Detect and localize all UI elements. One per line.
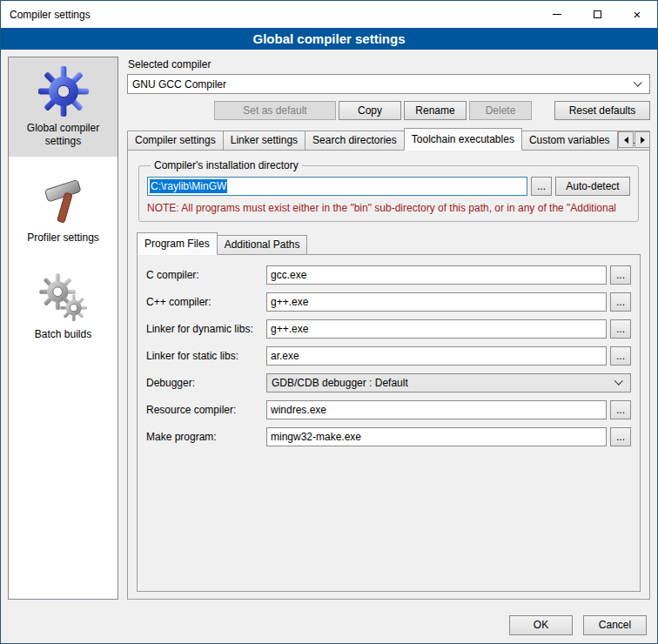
- chevron-down-icon: [614, 377, 623, 386]
- auto-detect-button[interactable]: Auto-detect: [555, 177, 630, 196]
- static-linker-browse-button[interactable]: ...: [610, 346, 631, 366]
- program-tab-strip: Program Files Additional Paths: [137, 233, 641, 254]
- title-bar: Compiler settings ×: [1, 1, 657, 28]
- dynamic-linker-input[interactable]: [266, 319, 607, 339]
- delete-button[interactable]: Delete: [469, 101, 532, 120]
- close-button[interactable]: ×: [617, 1, 657, 28]
- make-program-browse-button[interactable]: ...: [610, 427, 631, 446]
- debugger-select[interactable]: GDB/CDB debugger : Default: [266, 373, 631, 392]
- reset-defaults-button[interactable]: Reset defaults: [554, 101, 650, 120]
- installation-directory-group: Compiler's installation directory C:\ray…: [138, 159, 639, 222]
- compiler-settings-window: Compiler settings × Global compiler sett…: [0, 0, 658, 644]
- installation-directory-group-title: Compiler's installation directory: [151, 159, 302, 171]
- installation-directory-value: C:\raylib\MinGW: [150, 179, 227, 193]
- c-compiler-label: C compiler:: [146, 269, 266, 281]
- chevron-down-icon: [634, 77, 642, 86]
- tab-scroll-left-button[interactable]: [618, 131, 634, 148]
- form-row-cpp-compiler: C++ compiler: ...: [146, 292, 631, 312]
- resource-compiler-input[interactable]: [266, 400, 607, 419]
- rename-button[interactable]: Rename: [404, 101, 467, 120]
- debugger-label: Debugger:: [146, 377, 266, 389]
- minimize-icon: [553, 14, 561, 15]
- installation-directory-input[interactable]: C:\raylib\MinGW: [147, 177, 527, 196]
- tab-search-directories[interactable]: Search directories: [305, 131, 405, 150]
- selected-compiler-label: Selected compiler: [128, 58, 650, 70]
- compiler-actions: Set as default Copy Rename Delete Reset …: [127, 101, 650, 120]
- tab-custom-variables[interactable]: Custom variables: [521, 131, 618, 150]
- toolchain-executables-page: Compiler's installation directory C:\ray…: [127, 150, 650, 600]
- tab-scroll-right-button[interactable]: [634, 131, 650, 148]
- sidebar-item-label: Global compiler settings: [11, 122, 115, 148]
- sidebar-item-label: Profiler settings: [27, 231, 99, 245]
- form-row-resource-compiler: Resource compiler: ...: [146, 400, 631, 419]
- dialog-header: Global compiler settings: [1, 28, 657, 50]
- form-row-c-compiler: C compiler: ...: [146, 265, 631, 285]
- set-as-default-button[interactable]: Set as default: [214, 101, 336, 120]
- c-compiler-input[interactable]: [266, 265, 607, 285]
- close-icon: ×: [634, 8, 641, 21]
- bin-subdirectory-note: NOTE: All programs must exist either in …: [147, 202, 630, 214]
- settings-category-sidebar: Global compiler settings Profiler settin…: [8, 57, 118, 600]
- dynamic-linker-label: Linker for dynamic libs:: [146, 323, 266, 335]
- static-linker-input[interactable]: [266, 346, 607, 366]
- cpp-compiler-browse-button[interactable]: ...: [610, 292, 631, 312]
- right-arrow-icon: [641, 137, 645, 144]
- resource-compiler-browse-button[interactable]: ...: [610, 400, 631, 419]
- left-arrow-icon: [624, 137, 628, 144]
- window-title: Compiler settings: [1, 9, 91, 21]
- hammer-icon: [37, 174, 90, 228]
- resource-compiler-label: Resource compiler:: [146, 404, 266, 416]
- static-linker-label: Linker for static libs:: [146, 350, 266, 362]
- tab-additional-paths[interactable]: Additional Paths: [217, 235, 308, 254]
- tab-toolchain-executables[interactable]: Toolchain executables: [404, 128, 522, 151]
- form-row-debugger: Debugger: GDB/CDB debugger : Default: [146, 373, 631, 392]
- ok-button[interactable]: OK: [509, 615, 573, 635]
- make-program-input[interactable]: [266, 427, 607, 446]
- cancel-button[interactable]: Cancel: [583, 615, 647, 635]
- sidebar-item-profiler-settings[interactable]: Profiler settings: [9, 167, 118, 253]
- form-row-static-linker: Linker for static libs: ...: [146, 346, 631, 366]
- cpp-compiler-label: C++ compiler:: [146, 296, 266, 308]
- minimize-button[interactable]: [537, 1, 577, 28]
- form-row-make-program: Make program: ...: [146, 427, 631, 446]
- tab-program-files[interactable]: Program Files: [137, 232, 218, 255]
- dialog-footer: OK Cancel: [1, 607, 657, 643]
- gears-gray-icon: [37, 271, 91, 325]
- maximize-icon: [594, 10, 601, 18]
- copy-button[interactable]: Copy: [339, 101, 401, 120]
- program-files-panel: C compiler: ... C++ compiler: ... Linker…: [137, 254, 641, 592]
- tab-compiler-settings[interactable]: Compiler settings: [127, 131, 224, 150]
- sidebar-item-batch-builds[interactable]: Batch builds: [9, 264, 118, 350]
- maximize-button[interactable]: [577, 1, 617, 28]
- make-program-label: Make program:: [146, 431, 266, 443]
- compiler-select[interactable]: GNU GCC Compiler: [127, 74, 650, 94]
- installation-directory-browse-button[interactable]: ...: [531, 177, 552, 196]
- debugger-select-value: GDB/CDB debugger : Default: [272, 377, 408, 389]
- sidebar-item-global-compiler-settings[interactable]: Global compiler settings: [9, 57, 118, 157]
- dynamic-linker-browse-button[interactable]: ...: [610, 319, 631, 339]
- sidebar-item-label: Batch builds: [35, 328, 91, 341]
- form-row-dynamic-linker: Linker for dynamic libs: ...: [146, 319, 631, 339]
- settings-tab-strip: Compiler settings Linker settings Search…: [127, 129, 650, 150]
- tab-linker-settings[interactable]: Linker settings: [223, 131, 306, 150]
- gear-blue-icon: [37, 64, 91, 118]
- c-compiler-browse-button[interactable]: ...: [610, 265, 631, 285]
- cpp-compiler-input[interactable]: [266, 292, 607, 312]
- compiler-select-value: GNU GCC Compiler: [132, 78, 226, 91]
